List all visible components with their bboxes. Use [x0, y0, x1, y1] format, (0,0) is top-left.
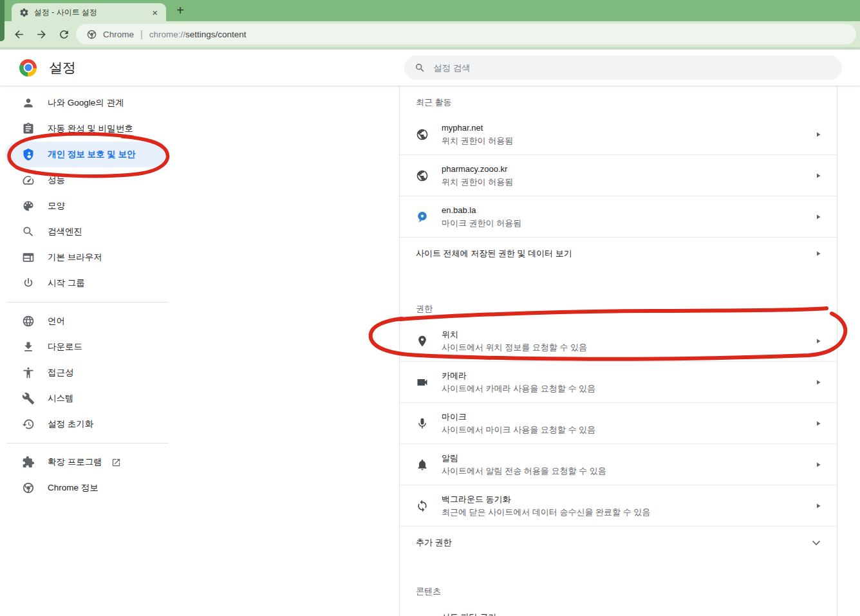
permission-row-notifications[interactable]: 알림 사이트에서 알림 전송 허용을 요청할 수 있음 — [400, 444, 837, 485]
globe-icon — [22, 315, 35, 328]
search-icon — [22, 225, 35, 238]
permission-name: 카메라 — [442, 370, 807, 381]
sidebar-item-performance[interactable]: 성능 — [0, 167, 169, 193]
sidebar-divider — [6, 443, 169, 443]
settings-body: 나와 Google의 관계 자동 완성 및 비밀번호 개인 정보 보호 및 보안… — [0, 86, 860, 616]
permission-desc: 최근에 닫은 사이트에서 데이터 송수신을 완료할 수 있음 — [442, 507, 807, 518]
permission-name: 위치 — [442, 329, 807, 340]
window-edge — [0, 0, 5, 41]
sidebar-item-system[interactable]: 시스템 — [0, 386, 169, 411]
sidebar-item-extensions[interactable]: 확장 프로그램 — [0, 449, 169, 475]
sidebar-label: 자동 완성 및 비밀번호 — [48, 123, 133, 135]
browser-tab-strip: 설정 - 사이트 설정 × + — [0, 0, 860, 21]
chevron-right-icon — [814, 213, 821, 221]
sidebar-label: 확장 프로그램 — [48, 456, 102, 468]
permission-row-location[interactable]: 위치 사이트에서 위치 정보를 요청할 수 있음 — [400, 321, 837, 362]
view-all-permissions-row[interactable]: 사이트 전체에 저장된 권한 및 데이터 보기 — [400, 238, 837, 269]
omnibox-url: chrome://settings/content — [149, 28, 247, 40]
chevron-right-icon — [814, 337, 821, 345]
sidebar-item-privacy-and-security[interactable]: 개인 정보 보호 및 보안 — [5, 142, 169, 167]
sidebar-item-accessibility[interactable]: 접근성 — [0, 360, 169, 386]
browser-window-icon — [22, 251, 35, 264]
globe-site-icon — [416, 169, 429, 182]
more-permissions-row[interactable]: 추가 권한 — [400, 527, 837, 558]
tab-title: 설정 - 사이트 설정 — [34, 7, 150, 18]
chevron-right-icon — [814, 131, 821, 138]
content-item-name: 서드 파티 쿠키 — [442, 611, 807, 616]
tab-close-icon[interactable]: × — [150, 8, 160, 17]
section-gap — [400, 558, 837, 575]
sidebar-item-on-startup[interactable]: 시작 그룹 — [0, 270, 169, 296]
sidebar-divider — [6, 302, 169, 303]
forward-icon[interactable] — [33, 26, 50, 42]
palette-icon — [22, 200, 35, 212]
site-status: 위치 권한이 허용됨 — [442, 135, 807, 146]
third-party-cookies-row[interactable]: 서드 파티 쿠키 — [400, 603, 837, 616]
settings-header: 설정 — [0, 50, 860, 86]
browser-toolbar: Chrome | chrome://settings/content — [0, 21, 860, 50]
sidebar-label: 다운로드 — [48, 341, 82, 353]
sidebar-label: 모양 — [48, 200, 65, 212]
chrome-logo — [19, 59, 37, 77]
accessibility-icon — [22, 366, 35, 379]
permission-row-camera[interactable]: 카메라 사이트에서 카메라 사용을 요청할 수 있음 — [400, 362, 837, 403]
permission-name: 백그라운드 동기화 — [442, 494, 807, 505]
sidebar-label: 개인 정보 보호 및 보안 — [48, 149, 136, 160]
section-recent-activity: 최근 활동 — [400, 86, 837, 114]
site-status: 위치 권한이 허용됨 — [442, 176, 807, 187]
sidebar-item-appearance[interactable]: 모양 — [0, 193, 169, 219]
sidebar-item-search-engine[interactable]: 검색엔진 — [0, 219, 169, 245]
sidebar-item-default-browser[interactable]: 기본 브라우저 — [0, 245, 169, 270]
permission-desc: 사이트에서 알림 전송 허용을 요청할 수 있음 — [442, 465, 807, 476]
chevron-down-icon — [812, 539, 821, 546]
recent-site-row-pharmacy[interactable]: pharmacy.zooo.kr 위치 권한이 허용됨 — [400, 155, 837, 196]
permission-name: 알림 — [442, 453, 807, 463]
chevron-right-icon — [814, 502, 821, 510]
search-input[interactable] — [433, 63, 794, 73]
view-all-label: 사이트 전체에 저장된 권한 및 데이터 보기 — [416, 248, 807, 259]
chevron-right-icon — [814, 250, 821, 257]
gear-icon — [19, 8, 29, 17]
babla-favicon — [416, 210, 429, 223]
chevron-right-icon — [814, 461, 821, 469]
autofill-icon — [22, 122, 35, 135]
reload-icon[interactable] — [55, 26, 72, 42]
sidebar-item-about-chrome[interactable]: Chrome 정보 — [0, 475, 169, 501]
settings-search-box[interactable] — [404, 55, 842, 80]
browser-tab-settings[interactable]: 설정 - 사이트 설정 × — [12, 3, 166, 21]
sidebar-label: 설정 초기화 — [48, 418, 93, 430]
recent-site-row-myphar[interactable]: myphar.net 위치 권한이 허용됨 — [400, 114, 837, 155]
globe-site-icon — [416, 128, 429, 141]
back-icon[interactable] — [10, 26, 27, 42]
sidebar-item-reset-settings[interactable]: 설정 초기화 — [0, 411, 169, 437]
chevron-right-icon — [814, 172, 821, 180]
permission-desc: 사이트에서 마이크 사용을 요청할 수 있음 — [442, 424, 807, 435]
download-icon — [22, 341, 35, 353]
permission-name: 마이크 — [442, 411, 807, 422]
sidebar-item-you-and-google[interactable]: 나와 Google의 관계 — [0, 90, 169, 116]
camera-icon — [416, 376, 429, 389]
site-name: pharmacy.zooo.kr — [442, 163, 807, 174]
sidebar-label: 시작 그룹 — [48, 277, 85, 289]
permission-row-microphone[interactable]: 마이크 사이트에서 마이크 사용을 요청할 수 있음 — [400, 403, 837, 444]
chrome-glyph-icon — [86, 29, 97, 40]
section-gap — [400, 269, 837, 292]
power-icon — [22, 277, 35, 290]
search-icon — [415, 62, 425, 73]
sidebar-item-downloads[interactable]: 다운로드 — [0, 334, 169, 360]
recent-site-row-babla[interactable]: en.bab.la 마이크 권한이 허용됨 — [400, 196, 837, 238]
permission-row-background-sync[interactable]: 백그라운드 동기화 최근에 닫은 사이트에서 데이터 송수신을 완료할 수 있음 — [400, 485, 837, 527]
microphone-icon — [416, 417, 429, 430]
address-bar[interactable]: Chrome | chrome://settings/content — [76, 24, 856, 44]
sidebar-item-languages[interactable]: 언어 — [0, 308, 169, 334]
chrome-glyph-icon — [22, 481, 35, 494]
chevron-right-icon — [814, 378, 821, 386]
chevron-right-icon — [814, 420, 821, 427]
sidebar-item-autofill[interactable]: 자동 완성 및 비밀번호 — [0, 116, 169, 142]
wrench-icon — [22, 392, 35, 405]
screenshot-root: 설정 - 사이트 설정 × + Chrome | chrome://settin… — [0, 0, 860, 616]
new-tab-button[interactable]: + — [171, 1, 189, 19]
section-permissions: 권한 — [400, 292, 837, 321]
sidebar-label: 시스템 — [48, 393, 74, 404]
sidebar-label: 나와 Google의 관계 — [48, 97, 124, 109]
